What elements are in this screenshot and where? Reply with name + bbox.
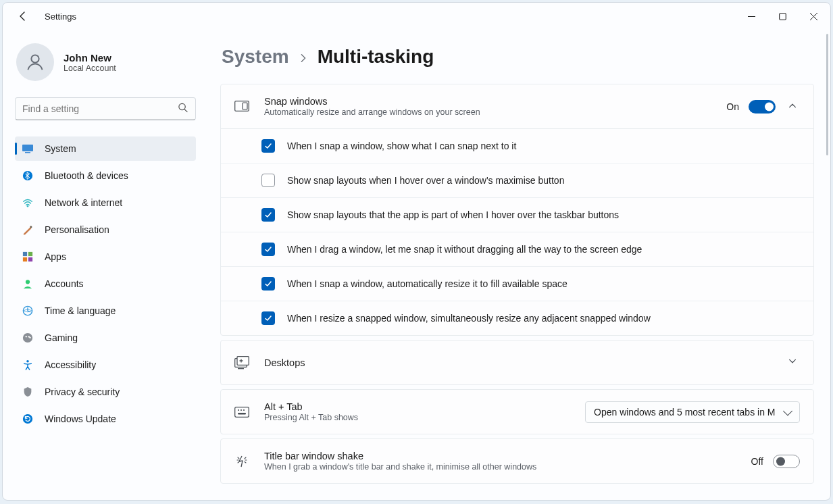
snap-option-check-0[interactable] [261, 139, 275, 153]
snap-option-check-3[interactable] [261, 243, 275, 256]
card-title: Desktops [264, 357, 770, 368]
sidebar-item-privacy[interactable]: Privacy & security [15, 380, 196, 404]
card-title: Snap windows [264, 96, 711, 107]
snap-option-check-2[interactable] [261, 208, 275, 222]
avatar [16, 43, 54, 81]
sidebar-item-label: Network & internet [45, 197, 122, 208]
search-icon [178, 103, 188, 116]
select-value: Open windows and 5 most recent tabs in M [594, 407, 775, 418]
sidebar-item-label: Accessibility [45, 359, 96, 370]
sidebar-item-accounts[interactable]: Accounts [15, 272, 196, 296]
svg-rect-3 [22, 145, 33, 151]
gaming-icon [22, 332, 34, 344]
apps-icon [22, 251, 34, 263]
alt-tab-select[interactable]: Open windows and 5 most recent tabs in M [585, 401, 800, 423]
svg-point-23 [238, 409, 239, 410]
chevron-up-icon[interactable] [785, 98, 800, 116]
snap-option-check-5[interactable] [261, 311, 275, 325]
snap-option-row: When I drag a window, let me snap it wit… [221, 232, 813, 267]
sidebar-item-label: Accounts [45, 278, 84, 289]
svg-rect-11 [28, 257, 32, 261]
bluetooth-icon [22, 170, 34, 182]
desktops-card[interactable]: Desktops [220, 340, 814, 385]
svg-rect-4 [25, 152, 30, 153]
sidebar-item-personalisation[interactable]: Personalisation [15, 218, 196, 242]
sidebar-item-accessibility[interactable]: Accessibility [15, 353, 196, 377]
chevron-down-icon [785, 354, 800, 372]
snap-option-label: When I snap a window, automatically resi… [287, 278, 567, 289]
svg-rect-9 [28, 252, 32, 256]
sidebar-item-label: Gaming [45, 332, 78, 343]
sidebar-item-label: Bluetooth & devices [45, 170, 128, 181]
sidebar-item-label: Privacy & security [45, 386, 120, 397]
snap-option-row: Show snap layouts that the app is part o… [221, 198, 813, 232]
sidebar-item-label: System [45, 143, 76, 154]
card-subtitle: Pressing Alt + Tab shows [264, 413, 570, 422]
back-button[interactable] [16, 9, 30, 23]
scrollbar[interactable] [826, 34, 828, 155]
snap-option-label: Show snap layouts when I hover over a wi… [287, 175, 564, 186]
title-bar-shake-toggle[interactable] [773, 455, 800, 468]
snap-option-row: When I resize a snapped window, simultan… [221, 301, 813, 335]
snap-option-label: Show snap layouts that the app is part o… [287, 209, 619, 220]
snap-windows-toggle[interactable] [749, 100, 776, 114]
snap-option-row: When I snap a window, show what I can sn… [221, 129, 813, 163]
snap-option-check-1[interactable] [261, 174, 275, 187]
close-button[interactable] [798, 5, 829, 27]
svg-point-16 [23, 414, 32, 424]
breadcrumb-parent[interactable]: System [222, 46, 289, 68]
card-subtitle: When I grab a window's title bar and sha… [264, 462, 736, 472]
app-title: Settings [45, 11, 76, 22]
sidebar-item-system[interactable]: System [15, 136, 196, 161]
user-name: John New [64, 52, 116, 64]
snap-option-row: Show snap layouts when I hover over a wi… [221, 163, 813, 198]
breadcrumb-current: Multi-tasking [318, 46, 434, 68]
network-icon [22, 197, 34, 209]
search-input[interactable] [15, 97, 196, 120]
snap-option-check-4[interactable] [261, 277, 275, 291]
system-icon [22, 143, 34, 155]
snap-windows-header[interactable]: Snap windows Automatically resize and ar… [221, 84, 813, 128]
accessibility-icon [22, 359, 34, 371]
snap-windows-icon [234, 101, 249, 113]
svg-point-1 [31, 55, 39, 62]
alt-tab-icon [234, 407, 249, 418]
sidebar-item-label: Apps [45, 251, 66, 262]
snap-option-label: When I drag a window, let me snap it wit… [287, 244, 642, 255]
chevron-right-icon [299, 49, 308, 67]
minimize-button[interactable] [736, 5, 767, 27]
desktops-icon [234, 356, 249, 370]
card-title: Title bar window shake [264, 451, 736, 461]
svg-rect-10 [23, 257, 27, 261]
update-icon [22, 413, 34, 425]
svg-rect-18 [243, 103, 247, 109]
breadcrumb: System Multi-tasking [222, 46, 814, 68]
sidebar-item-bluetooth[interactable]: Bluetooth & devices [15, 163, 196, 188]
maximize-button[interactable] [767, 5, 798, 27]
snap-option-label: When I snap a window, show what I can sn… [287, 141, 516, 151]
svg-rect-8 [23, 252, 27, 256]
time-icon [22, 305, 34, 317]
card-subtitle: Automatically resize and arrange windows… [264, 107, 711, 117]
sidebar-item-update[interactable]: Windows Update [15, 407, 196, 431]
svg-rect-26 [238, 413, 246, 415]
sidebar-item-apps[interactable]: Apps [15, 245, 196, 269]
title-bar-shake-card: Title bar window shake When I grab a win… [220, 438, 814, 484]
user-profile[interactable]: John New Local Account [15, 43, 212, 81]
svg-point-12 [26, 280, 30, 284]
toggle-state-label: On [726, 101, 739, 112]
sidebar-item-network[interactable]: Network & internet [15, 191, 196, 215]
sidebar-item-label: Windows Update [45, 413, 116, 424]
titlebar: Settings [3, 3, 830, 30]
sidebar-item-time[interactable]: Time & language [15, 299, 196, 323]
sidebar-item-label: Time & language [45, 305, 116, 316]
svg-point-15 [26, 360, 29, 363]
personalisation-icon [22, 224, 34, 236]
sidebar-item-gaming[interactable]: Gaming [15, 326, 196, 350]
svg-rect-0 [779, 13, 786, 20]
svg-point-6 [27, 205, 28, 207]
main-content: System Multi-tasking Snap windows Automa… [212, 30, 830, 500]
svg-point-2 [179, 103, 185, 109]
svg-point-25 [243, 409, 245, 410]
snap-windows-card: Snap windows Automatically resize and ar… [220, 84, 814, 336]
